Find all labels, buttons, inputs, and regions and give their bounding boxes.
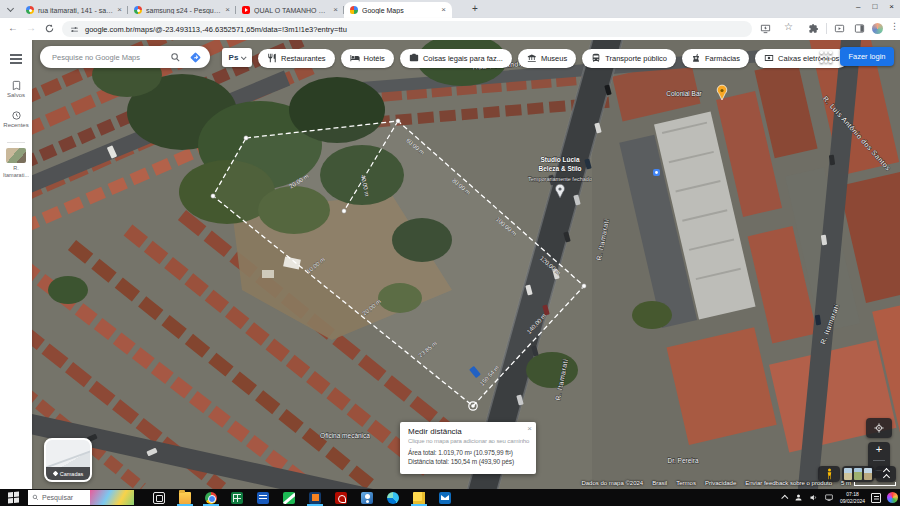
attribution-item[interactable]: Dados do mapa ©2024 — [581, 480, 643, 486]
divider — [873, 460, 885, 461]
browser-tab[interactable]: rua itamarati, 141 - santa teres...× — [20, 2, 128, 18]
sidebar-item-saved[interactable]: Salvos — [0, 80, 32, 98]
blue-app-icon[interactable] — [354, 489, 380, 506]
chip-restaurantes[interactable]: Restaurantes — [258, 49, 335, 68]
tab-search-icon[interactable] — [5, 4, 16, 15]
divider — [826, 23, 827, 34]
tab-title: samsung s24 - Pesquisa Google — [146, 7, 221, 14]
scale-bar — [854, 482, 896, 486]
zoom-in-button[interactable]: + — [876, 444, 882, 455]
forward-icon[interactable]: → — [26, 22, 36, 33]
chip-caixas-eletr-nicos[interactable]: Caixas eletrônicos — [755, 49, 848, 68]
close-icon[interactable]: × — [889, 2, 894, 11]
tune-icon — [70, 25, 79, 34]
maximize-icon[interactable]: □ — [872, 2, 877, 11]
new-tab-button[interactable]: + — [472, 3, 478, 14]
chip-museus[interactable]: Museus — [518, 49, 576, 68]
maps-sidebar: Salvos Recentes R. Itamarati... — [0, 40, 32, 489]
tab-close-icon[interactable]: × — [441, 6, 446, 14]
chrome-icon[interactable] — [198, 489, 224, 506]
browser-tab[interactable]: Google Maps× — [344, 2, 452, 18]
address-bar[interactable]: google.com.br/maps/@-23.493113,-46.63525… — [62, 21, 752, 37]
measure-vertex[interactable] — [396, 119, 400, 123]
media-control-icon[interactable] — [834, 23, 845, 34]
refresh-icon[interactable] — [44, 23, 55, 34]
menu-kebab-icon[interactable]: ⋮ — [890, 21, 899, 31]
sidebar-item-recents[interactable]: Recentes — [0, 110, 32, 128]
measure-vertex[interactable] — [342, 209, 346, 213]
action-center-icon[interactable] — [871, 493, 881, 503]
excel-icon[interactable] — [224, 489, 250, 506]
browser-navbar: ← → google.com.br/maps/@-23.493113,-46.6… — [0, 18, 900, 40]
attribution-item[interactable]: Brasil — [652, 480, 667, 486]
acrobat-icon[interactable] — [328, 489, 354, 506]
museum-icon — [527, 53, 537, 63]
chip-coisas-legais-para-faz-[interactable]: Coisas legais para faz... — [400, 49, 512, 68]
browser-tab[interactable]: samsung s24 - Pesquisa Google× — [128, 2, 236, 18]
tab-title: rua itamarati, 141 - santa teres... — [38, 7, 113, 14]
menu-hamburger-icon[interactable] — [10, 54, 22, 56]
tab-close-icon[interactable]: × — [117, 6, 122, 14]
measure-vertex[interactable] — [582, 284, 586, 288]
browser-titlebar: rua itamarati, 141 - santa teres...×sams… — [0, 0, 900, 18]
recent-place-thumbnail[interactable] — [6, 148, 26, 163]
chip-farm-cias[interactable]: Farmácias — [682, 49, 749, 68]
google-apps-grid-icon[interactable] — [820, 51, 832, 63]
layers-widget[interactable]: Camadas — [44, 438, 92, 482]
start-button[interactable] — [8, 492, 19, 504]
map-label: Beleza & Stilo — [539, 165, 582, 172]
install-icon[interactable] — [760, 23, 771, 34]
colorful-app-icon[interactable] — [887, 492, 898, 503]
ps-extension-button[interactable]: Ps — [222, 48, 252, 67]
sticky-notes-icon[interactable] — [406, 489, 432, 506]
chip-hot-is[interactable]: Hotéis — [341, 49, 394, 68]
task-view-button[interactable] — [146, 489, 172, 506]
green-app-icon[interactable] — [276, 489, 302, 506]
word-icon[interactable] — [250, 489, 276, 506]
side-panel-icon[interactable] — [854, 23, 865, 34]
measure-vertex[interactable] — [244, 136, 248, 140]
news-interest-image[interactable] — [90, 490, 135, 505]
ps-label: Ps — [229, 53, 239, 62]
network-display-icon[interactable] — [824, 493, 834, 502]
search-icon[interactable] — [170, 52, 181, 63]
orange-app-icon[interactable] — [302, 489, 328, 506]
browser-tab[interactable]: QUAL O TAMANHO NORMAL D...× — [236, 2, 344, 18]
profile-avatar[interactable] — [872, 23, 883, 34]
mail-icon[interactable] — [432, 489, 458, 506]
map-label: Studio Lúcia — [541, 156, 580, 163]
login-button[interactable]: Fazer login — [840, 47, 894, 66]
taskbar-search-placeholder: Pesquisar — [42, 494, 87, 501]
google-favicon-icon — [26, 6, 34, 14]
attribution-item[interactable]: Termos — [676, 480, 696, 486]
window-controls: – □ × — [856, 2, 894, 11]
minimize-icon[interactable]: – — [856, 2, 860, 11]
maps-search-box[interactable]: Pesquise no Google Maps — [40, 46, 210, 68]
layers-label: Camadas — [60, 471, 84, 477]
pharmacy-icon — [691, 53, 701, 63]
edge-icon[interactable] — [380, 489, 406, 506]
back-icon[interactable]: ← — [8, 22, 18, 33]
bookmark-star-icon[interactable]: ☆ — [784, 21, 793, 32]
file-explorer-icon[interactable] — [172, 489, 198, 506]
restaurant-icon — [267, 53, 277, 63]
volume-icon[interactable] — [809, 493, 818, 502]
extensions-icon[interactable] — [808, 23, 819, 34]
my-location-button[interactable] — [866, 418, 892, 438]
directions-icon[interactable] — [189, 51, 202, 64]
tab-close-icon[interactable]: × — [225, 6, 230, 14]
hidden-icons-chevron[interactable] — [781, 495, 788, 502]
measure-vertex[interactable] — [211, 194, 215, 198]
attribution-item[interactable]: Privacidade — [705, 480, 736, 486]
person-tray-icon[interactable] — [794, 493, 803, 502]
tab-close-icon[interactable]: × — [333, 6, 338, 14]
clock[interactable]: 07:18 09/02/2024 — [840, 491, 865, 504]
bus-icon — [591, 53, 601, 63]
layers-icon — [52, 471, 58, 477]
map-attribution: Dados do mapa ©2024BrasilTermosPrivacida… — [540, 478, 896, 488]
chip-transporte-p-blico[interactable]: Transporte público — [582, 49, 676, 68]
taskbar-search[interactable]: Pesquisar — [28, 490, 134, 505]
map-label: Dr. Pereira — [667, 457, 698, 464]
attribution-item[interactable]: Enviar feedback sobre o produto — [745, 480, 832, 486]
close-icon[interactable]: × — [527, 424, 532, 433]
